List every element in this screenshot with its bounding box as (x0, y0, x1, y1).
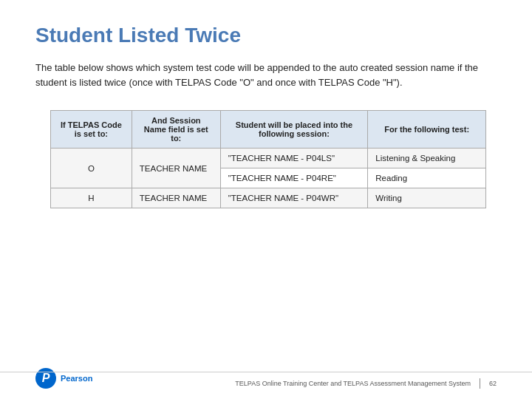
cell-o-test-2: Reading (368, 168, 486, 188)
description: The table below shows which system test … (35, 61, 494, 89)
col-header-2: And Session Name field is set to: (132, 111, 220, 149)
cell-h-session-1: "TEACHER NAME - P04WR" (220, 188, 368, 208)
cell-h-test-1: Writing (368, 188, 486, 208)
page-number: 62 (489, 380, 497, 387)
footer-caption: TELPAS Online Training Center and TELPAS… (235, 378, 497, 389)
data-table: If TELPAS Code is set to: And Session Na… (50, 110, 486, 208)
page: Student Listed Twice The table below sho… (0, 0, 532, 399)
col-header-4: For the following test: (368, 111, 486, 149)
cell-h-code: H (51, 188, 132, 208)
table-row: O TEACHER NAME "TEACHER NAME - P04LS" Li… (51, 149, 486, 168)
col-header-1: If TELPAS Code is set to: (51, 111, 132, 149)
table-row: H TEACHER NAME "TEACHER NAME - P04WR" Wr… (51, 188, 486, 208)
cell-o-test-1: Listening & Speaking (368, 149, 486, 168)
table-wrapper: If TELPAS Code is set to: And Session Na… (50, 110, 497, 208)
footer: TELPAS Online Training Center and TELPAS… (0, 372, 532, 389)
col-header-3: Student will be placed into the followin… (220, 111, 368, 149)
page-title: Student Listed Twice (35, 24, 497, 47)
cell-h-name: TEACHER NAME (132, 188, 220, 208)
cell-o-session-2: "TEACHER NAME - P04RE" (220, 168, 368, 188)
footer-divider (480, 378, 480, 389)
footer-description: TELPAS Online Training Center and TELPAS… (235, 380, 471, 387)
cell-o-session-1: "TEACHER NAME - P04LS" (220, 149, 368, 168)
cell-o-code: O (51, 149, 132, 188)
cell-o-name: TEACHER NAME (132, 149, 220, 188)
